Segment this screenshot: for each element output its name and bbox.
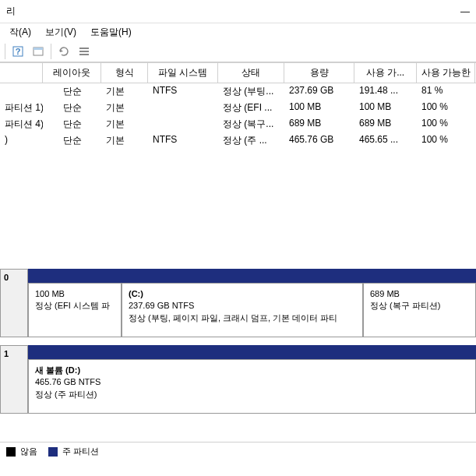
svg-rect-6 <box>79 54 89 55</box>
properties-icon[interactable] <box>29 42 48 61</box>
menu-help[interactable]: 도움말(H) <box>84 24 138 41</box>
menu-action[interactable]: 작(A) <box>3 24 37 41</box>
help-icon[interactable]: ? <box>9 42 27 61</box>
toolbar-separator <box>51 44 51 59</box>
svg-rect-4 <box>79 48 89 49</box>
table-row[interactable]: ) 단순 기본 NTFS 정상 (주 ... 465.76 GB 465.65 … <box>0 132 476 149</box>
partition-c[interactable]: (C:) 237.69 GB NTFS 정상 (부팅, 페이지 파일, 크래시 … <box>122 283 363 337</box>
disk-0-partitions: 100 MB 정상 (EFI 시스템 파 (C:) 237.69 GB NTFS… <box>28 269 476 337</box>
swatch-primary <box>48 447 58 457</box>
col-filesystem[interactable]: 파일 시스템 <box>148 63 218 83</box>
list-icon[interactable] <box>75 42 93 61</box>
window-controls: — <box>460 6 470 17</box>
partition-efi[interactable]: 100 MB 정상 (EFI 시스템 파 <box>28 283 122 337</box>
menu-view[interactable]: 보기(V) <box>39 24 83 41</box>
col-layout[interactable]: 레이아웃 <box>43 63 101 83</box>
toolbar: ? <box>0 41 476 62</box>
swatch-unallocated <box>6 447 16 457</box>
list-body: 단순 기본 NTFS 정상 (부팅... 237.69 GB 191.48 ..… <box>0 83 476 149</box>
disk-1-row: 1 새 볼륨 (D:) 465.76 GB NTFS 정상 (주 파티션) <box>0 345 476 414</box>
partition-recovery[interactable]: 689 MB 정상 (복구 파티션) <box>363 283 476 337</box>
disk-1-label[interactable]: 1 <box>0 345 28 414</box>
table-row[interactable]: 단순 기본 NTFS 정상 (부팅... 237.69 GB 191.48 ..… <box>0 83 476 100</box>
col-capacity[interactable]: 용량 <box>284 63 354 83</box>
col-state[interactable]: 상태 <box>218 63 284 83</box>
svg-text:?: ? <box>16 47 21 56</box>
svg-rect-3 <box>33 48 43 50</box>
legend: 않음 주 파티션 <box>0 442 476 460</box>
window-title: 리 <box>6 5 16 18</box>
col-free[interactable]: 사용 가능한 <box>417 63 475 83</box>
col-volume[interactable] <box>0 63 43 83</box>
list-header: 레이아웃 형식 파일 시스템 상태 용량 사용 가... 사용 가능한 <box>0 63 476 83</box>
disk-0-row: 0 100 MB 정상 (EFI 시스템 파 (C:) 237.69 GB NT… <box>0 269 476 337</box>
partition-d[interactable]: 새 볼륨 (D:) 465.76 GB NTFS 정상 (주 파티션) <box>28 359 476 414</box>
minimize-button[interactable]: — <box>460 6 470 17</box>
disk-1-header-bar <box>28 345 476 359</box>
legend-primary: 주 파티션 <box>48 446 99 457</box>
disk-1-partitions: 새 볼륨 (D:) 465.76 GB NTFS 정상 (주 파티션) <box>28 345 476 414</box>
volume-list: 레이아웃 형식 파일 시스템 상태 용량 사용 가... 사용 가능한 단순 기… <box>0 62 476 149</box>
menubar: 작(A) 보기(V) 도움말(H) <box>0 23 476 41</box>
refresh-icon[interactable] <box>55 42 73 61</box>
col-type[interactable]: 형식 <box>101 63 148 83</box>
col-used[interactable]: 사용 가... <box>354 63 417 83</box>
table-row[interactable]: 파티션 1) 단순 기본 정상 (EFI ... 100 MB 100 MB 1… <box>0 100 476 116</box>
legend-unallocated: 않음 <box>6 446 37 457</box>
table-row[interactable]: 파티션 4) 단순 기본 정상 (복구... 689 MB 689 MB 100… <box>0 116 476 132</box>
disk-0-header-bar <box>28 269 476 283</box>
titlebar: 리 — <box>0 0 476 23</box>
svg-rect-5 <box>79 51 89 52</box>
disk-0-label[interactable]: 0 <box>0 269 28 337</box>
disk-graphical-view: 0 100 MB 정상 (EFI 시스템 파 (C:) 237.69 GB NT… <box>0 269 476 415</box>
toolbar-separator <box>5 44 5 59</box>
